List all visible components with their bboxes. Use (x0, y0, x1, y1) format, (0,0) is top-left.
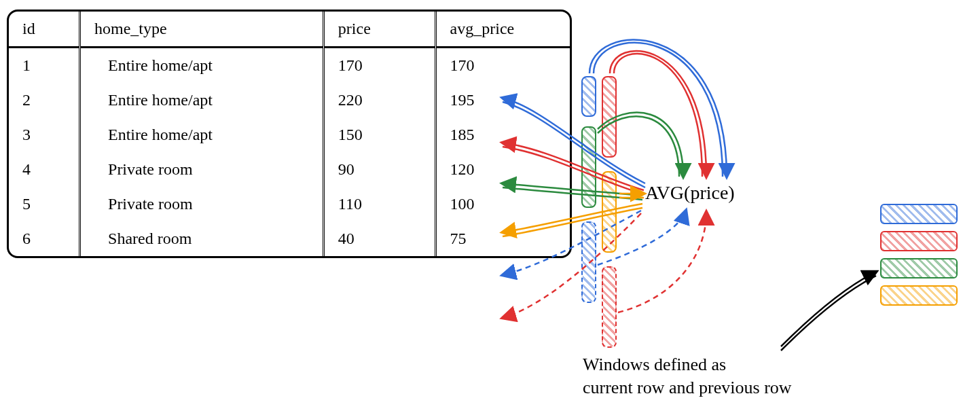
cell-avg-price: 170 (435, 48, 570, 84)
cell-id: 4 (9, 152, 80, 187)
legend-swatch-green (880, 258, 958, 279)
col-header-price: price (323, 12, 435, 48)
windows-caption: Windows defined as current row and previ… (583, 353, 963, 399)
table-row: 5 Private room 110 100 (9, 187, 570, 221)
cell-home-type: Entire home/apt (80, 118, 324, 152)
window-capsule-orange-1 (602, 171, 617, 253)
cell-home-type: Private room (80, 187, 324, 221)
legend-swatch-orange (880, 285, 958, 306)
arrow-red-capsule-to-avg (610, 51, 706, 177)
data-table: id home_type price avg_price 1 Entire ho… (7, 10, 572, 258)
cell-avg-price: 195 (435, 83, 570, 118)
window-capsule-red-2-dashed (602, 266, 617, 348)
cell-price: 170 (323, 48, 435, 84)
cell-id: 2 (9, 83, 80, 118)
col-header-avg-price: avg_price (435, 12, 570, 48)
cell-home-type: Entire home/apt (80, 83, 324, 118)
cell-home-type: Entire home/apt (80, 48, 324, 84)
window-capsule-blue-1 (581, 76, 596, 117)
cell-id: 3 (9, 118, 80, 152)
cell-avg-price: 100 (435, 187, 570, 221)
table-row: 3 Entire home/apt 150 185 (9, 118, 570, 152)
cell-avg-price: 185 (435, 118, 570, 152)
cell-price: 220 (323, 83, 435, 118)
window-capsule-green-1 (581, 126, 596, 208)
caption-line-1: Windows defined as (583, 355, 726, 374)
cell-avg-price: 75 (435, 221, 570, 256)
cell-home-type: Private room (80, 152, 324, 187)
col-header-id: id (9, 12, 80, 48)
color-legend (880, 204, 958, 312)
table-row: 4 Private room 90 120 (9, 152, 570, 187)
legend-swatch-red (880, 231, 958, 251)
cell-id: 1 (9, 48, 80, 84)
cell-price: 90 (323, 152, 435, 187)
caption-line-2: current row and previous row (583, 378, 792, 397)
arrow-caption-to-legend (781, 272, 876, 351)
table-row: 2 Entire home/apt 220 195 (9, 83, 570, 118)
arrow-orange-capsule-to-avg (619, 194, 644, 198)
col-header-home-type: home_type (80, 12, 324, 48)
cell-price: 40 (323, 221, 435, 256)
cell-avg-price: 120 (435, 152, 570, 187)
arrow-red-dashed-capsule-to-avg (618, 212, 706, 312)
table-row: 6 Shared room 40 75 (9, 221, 570, 256)
table-header-row: id home_type price avg_price (9, 12, 570, 48)
window-capsule-red-1 (602, 76, 617, 158)
cell-price: 110 (323, 187, 435, 221)
table-row: 1 Entire home/apt 170 170 (9, 48, 570, 84)
legend-swatch-blue (880, 204, 958, 224)
cell-price: 150 (323, 118, 435, 152)
cell-id: 6 (9, 221, 80, 256)
cell-id: 5 (9, 187, 80, 221)
cell-home-type: Shared room (80, 221, 324, 256)
window-capsule-blue-2-dashed (581, 221, 596, 303)
avg-function-label: AVG(price) (645, 182, 735, 204)
